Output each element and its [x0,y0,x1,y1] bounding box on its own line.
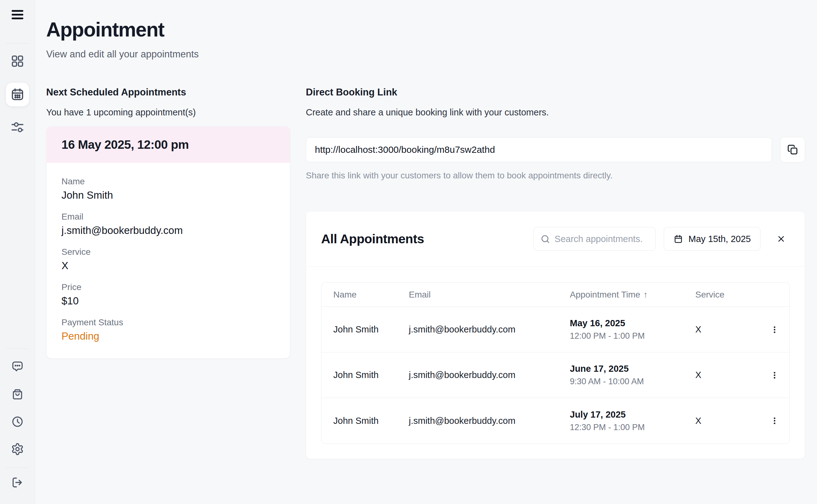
next-scheduled-heading: Next Scheduled Appointments [46,87,290,98]
field-label: Email [61,212,275,222]
field-value: j.smith@bookerbuddy.com [61,225,275,236]
orders-bag-icon[interactable] [5,382,30,406]
sidebar-divider [6,349,29,349]
cell-email: j.smith@bookerbuddy.com [409,416,570,426]
field-payment-status: Payment Status Pending [61,317,275,342]
column-header-appointment-time[interactable]: Appointment Time ↑ [570,290,695,300]
history-clock-icon[interactable] [5,409,30,434]
next-appointment-card: 16 May 2025, 12:00 pm Name John Smith Em… [46,126,290,359]
cell-email: j.smith@bookerbuddy.com [409,324,570,335]
field-price: Price $10 [61,282,275,307]
copy-icon [787,144,798,155]
all-appointments-panel: All Appointments May 15th, 2025 [306,211,805,459]
column-header-service: Service [695,290,766,300]
booking-link-helper: Share this link with your customers to a… [306,171,805,181]
date-filter-button[interactable]: May 15th, 2025 [664,227,761,251]
main-content: Appointment View and edit all your appoi… [35,0,817,459]
preferences-sliders-icon[interactable] [5,115,30,139]
row-actions-kebab-icon[interactable] [766,366,783,385]
cell-service: X [695,370,766,380]
cell-service: X [695,324,766,335]
appointment-datetime: 16 May 2025, 12:00 pm [61,138,189,152]
field-label: Payment Status [61,317,275,327]
cell-name: John Smith [333,416,409,426]
panel-divider [306,266,805,267]
sort-asc-icon: ↑ [644,290,648,300]
page-title: Appointment [46,18,805,41]
all-appointments-heading: All Appointments [321,232,424,246]
booking-link-description: Create and share a unique booking link w… [306,107,805,118]
sidebar-divider [6,43,29,43]
search-box [533,227,656,251]
table-row: John Smith j.smith@bookerbuddy.com July … [321,398,790,443]
cell-appointment-time: July 17, 2025 12:30 PM - 1:00 PM [570,409,695,432]
column-header-email: Email [409,290,570,300]
appointment-card-body: Name John Smith Email j.smith@bookerbudd… [46,163,290,358]
sidebar [0,0,35,504]
search-input[interactable] [555,234,649,244]
appointment-card-header: 16 May 2025, 12:00 pm [46,127,290,163]
field-name: Name John Smith [61,177,275,201]
search-icon [541,234,550,244]
payment-status-value: Pending [61,330,275,342]
cell-email: j.smith@bookerbuddy.com [409,370,570,380]
booking-link-section: Direct Booking Link Create and share a u… [306,87,805,459]
cell-appointment-time: May 16, 2025 12:00 PM - 1:00 PM [570,318,695,341]
booking-link-input[interactable] [306,137,772,162]
calendar-icon[interactable] [6,83,29,106]
calendar-small-icon [674,234,683,244]
page-subtitle: View and edit all your appointments [46,49,805,60]
settings-gear-icon[interactable] [5,437,30,461]
logout-icon[interactable] [5,470,30,495]
row-actions-kebab-icon[interactable] [766,411,783,430]
row-actions-kebab-icon[interactable] [766,320,783,339]
table-row: John Smith j.smith@bookerbuddy.com May 1… [321,307,790,352]
table-header-row: Name Email Appointment Time ↑ Service [321,283,790,307]
dashboard-grid-icon[interactable] [5,49,30,73]
appointments-table: Name Email Appointment Time ↑ Service Jo… [321,282,790,444]
menu-icon[interactable] [5,2,30,27]
cell-name: John Smith [333,324,409,335]
field-value: X [61,260,275,272]
field-service: Service X [61,247,275,272]
field-label: Name [61,177,275,187]
cell-name: John Smith [333,370,409,380]
cell-service: X [695,416,766,426]
date-filter-label: May 15th, 2025 [688,234,751,244]
field-label: Price [61,282,275,292]
next-scheduled-section: Next Scheduled Appointments You have 1 u… [46,87,290,359]
field-email: Email j.smith@bookerbuddy.com [61,212,275,236]
field-label: Service [61,247,275,257]
copy-button[interactable] [780,137,805,162]
table-row: John Smith j.smith@bookerbuddy.com June … [321,352,790,398]
messages-icon[interactable] [5,354,30,378]
field-value: $10 [61,295,275,307]
booking-link-heading: Direct Booking Link [306,87,805,98]
column-header-name: Name [333,290,409,300]
field-value: John Smith [61,189,275,201]
next-scheduled-summary: You have 1 upcoming appointment(s) [46,107,290,118]
close-icon[interactable] [772,230,790,248]
cell-appointment-time: June 17, 2025 9:30 AM - 10:00 AM [570,364,695,386]
